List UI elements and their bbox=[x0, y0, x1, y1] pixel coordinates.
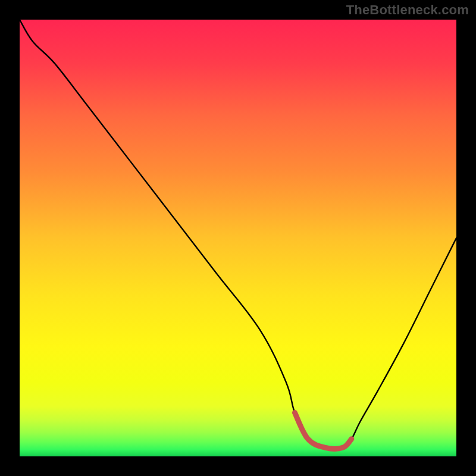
curve-path bbox=[20, 20, 456, 449]
chart-frame: TheBottleneck.com bbox=[0, 0, 476, 476]
watermark: TheBottleneck.com bbox=[346, 2, 469, 18]
optimal-range-highlight bbox=[295, 413, 351, 449]
plot-area bbox=[20, 20, 456, 456]
bottleneck-curve bbox=[20, 20, 456, 456]
